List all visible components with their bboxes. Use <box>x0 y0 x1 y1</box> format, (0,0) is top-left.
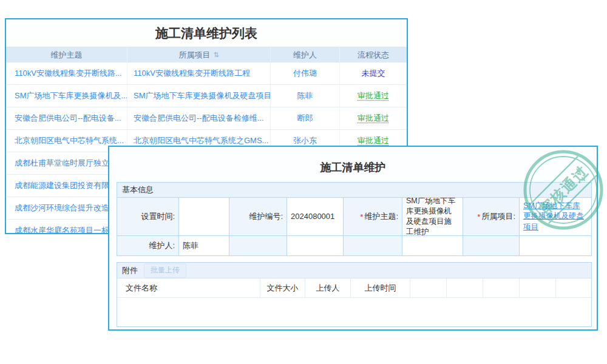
row-project-link[interactable]: 安徽合肥供电公司--配电设备检修维... <box>127 107 271 129</box>
topic-field[interactable]: SM广场地下车库更换摄像机及硬盘项目施工维护 <box>402 198 463 235</box>
attachment-empty-column <box>520 278 556 297</box>
row-project-link[interactable]: 110kV安徽线程集变开断线路工程 <box>127 62 271 84</box>
project-label: * 所属项目: <box>463 198 519 235</box>
set-time-label: 设置时间: <box>117 198 178 235</box>
table-row: SM广场地下车库更换摄像机及... SM广场地下车库更换摄像机及硬盘项目 陈菲 … <box>6 85 407 107</box>
attachment-empty-column <box>483 278 520 297</box>
row-status[interactable]: 审批通过 <box>340 107 407 129</box>
column-header-status: 流程状态 <box>340 47 407 62</box>
maintenance-number-label: 维护编号: <box>229 198 287 235</box>
maintainer-field[interactable]: 陈菲 <box>178 235 229 255</box>
table-row: 安徽合肥供电公司--配电设备... 安徽合肥供电公司--配电设备检修维... 断… <box>6 107 407 130</box>
column-header-file-name: 文件名称 <box>117 278 260 297</box>
topic-label: * 维护主题: <box>343 198 402 235</box>
empty-value-cell <box>287 235 343 255</box>
row-status[interactable]: 未提交 <box>340 62 407 84</box>
attachment-table-header: 文件名称 文件大小 上传人 上传时间 <box>117 278 591 298</box>
row-maintainer: 陈菲 <box>271 85 340 107</box>
attachment-header: 附件 批量上传 <box>117 263 591 278</box>
attachment-section: 附件 批量上传 文件名称 文件大小 上传人 上传时间 <box>117 262 592 327</box>
maintenance-number-field[interactable]: 2024080001 <box>287 198 343 235</box>
basic-info-grid: 设置时间: 维护编号: 2024080001 * 维护主题: SM广场地下车库更… <box>117 198 591 255</box>
row-topic-link[interactable]: 安徽合肥供电公司--配电设备... <box>6 107 127 129</box>
row-maintainer: 断郎 <box>271 107 340 129</box>
attachment-label: 附件 <box>122 265 138 276</box>
required-mark: * <box>477 212 480 221</box>
maintainer-label: 维护人: <box>117 235 178 255</box>
empty-value-cell <box>519 235 591 255</box>
column-header-uploader: 上传人 <box>305 278 351 297</box>
column-header-maintainer: 维护人 <box>271 47 340 62</box>
column-header-upload-time: 上传时间 <box>351 278 410 297</box>
row-status[interactable]: 审批通过 <box>340 85 407 107</box>
batch-upload-button[interactable]: 批量上传 <box>144 263 186 278</box>
sort-icon[interactable]: ⇅ <box>213 51 219 59</box>
basic-info-section: 基本信息 设置时间: 维护编号: 2024080001 * 维护主题: SM广场… <box>117 182 592 256</box>
column-header-project[interactable]: 所属项目 ⇅ <box>127 47 271 62</box>
row-topic-link[interactable]: SM广场地下车库更换摄像机及... <box>6 85 127 107</box>
empty-label-cell <box>229 235 287 255</box>
attachment-empty-column <box>556 278 591 297</box>
row-maintainer: 付伟璐 <box>271 62 340 84</box>
list-table-header: 维护主题 所属项目 ⇅ 维护人 流程状态 <box>6 47 407 62</box>
basic-info-header: 基本信息 <box>117 183 591 198</box>
empty-value-cell <box>402 235 463 255</box>
column-header-file-size: 文件大小 <box>260 278 305 297</box>
attachment-empty-column <box>410 278 447 297</box>
form-title: 施工清单维护 <box>109 160 597 175</box>
maintenance-form-panel: 施工清单维护 基本信息 设置时间: 维护编号: 2024080001 * 维护主… <box>108 146 598 331</box>
attachment-empty-column <box>447 278 483 297</box>
set-time-field[interactable] <box>178 198 229 235</box>
table-row: 110kV安徽线程集变开断线路... 110kV安徽线程集变开断线路工程 付伟璐… <box>6 62 407 85</box>
row-topic-link[interactable]: 110kV安徽线程集变开断线路... <box>6 62 127 84</box>
column-header-topic: 维护主题 <box>6 47 127 62</box>
list-title: 施工清单维护列表 <box>6 19 407 47</box>
required-mark: * <box>360 212 363 221</box>
empty-label-cell <box>343 235 402 255</box>
project-link[interactable]: SM广场地下车库更换摄像机及硬盘项目 <box>523 201 588 233</box>
project-field: SM广场地下车库更换摄像机及硬盘项目 <box>519 198 591 235</box>
attachment-empty-body <box>117 298 591 326</box>
row-project-link[interactable]: SM广场地下车库更换摄像机及硬盘项目 <box>127 85 271 107</box>
empty-label-cell <box>463 235 519 255</box>
